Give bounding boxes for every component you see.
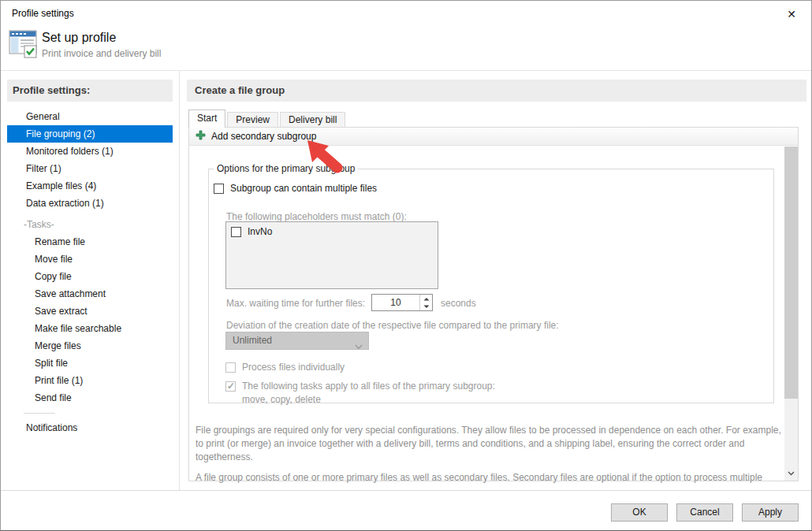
page-title: Set up profile: [42, 31, 116, 45]
deviation-dropdown[interactable]: Unlimited: [225, 332, 369, 350]
sidebar-item-save-extract[interactable]: Save extract: [7, 303, 173, 320]
sidebar-list-divider: [24, 413, 55, 414]
invno-checkbox[interactable]: [231, 227, 241, 237]
spin-buttons: [419, 295, 432, 310]
profile-window-icon: [9, 30, 40, 62]
multiple-files-checkbox-label: Subgroup can contain multiple files: [230, 183, 377, 194]
tab-preview[interactable]: Preview: [227, 112, 278, 127]
sidebar-item-filter[interactable]: Filter (1): [7, 160, 173, 177]
vertical-scrollbar[interactable]: [784, 147, 798, 481]
chevron-down-icon: [355, 339, 363, 355]
primary-subgroup-groupbox: Options for the primary subgroup Subgrou…: [208, 169, 774, 403]
sidebar-list: General File grouping (2) Monitored fold…: [7, 108, 173, 436]
tasks-apply-checkbox[interactable]: [225, 381, 236, 392]
add-secondary-subgroup-label: Add secondary subgroup: [211, 131, 316, 142]
tasks-detail-text: move, copy, delete: [242, 394, 321, 405]
description-paragraph-2: A file group consists of one or more pri…: [196, 471, 782, 485]
sidebar-divider: [179, 71, 180, 490]
placeholders-label: The following placeholders must match (0…: [226, 211, 407, 222]
tab-strip: Start Preview Delivery bill: [188, 110, 347, 127]
process-individually-label: Process files individually: [242, 362, 345, 373]
invno-label: InvNo: [248, 226, 272, 237]
title-bar: Profile settings ✕: [1, 1, 811, 26]
sidebar-item-make-file-searchable[interactable]: Make file searchable: [7, 320, 173, 337]
scrollbar-thumb[interactable]: [784, 147, 798, 399]
sidebar-item-send-file[interactable]: Send file: [7, 389, 173, 407]
sidebar-item-print-file[interactable]: Print file (1): [7, 372, 173, 389]
sidebar-item-monitored-folders[interactable]: Monitored folders (1): [7, 143, 173, 160]
close-icon[interactable]: ✕: [780, 6, 803, 23]
sidebar-item-rename-file[interactable]: Rename file: [7, 233, 173, 251]
waiting-time-unit: seconds: [441, 298, 476, 309]
waiting-time-input[interactable]: [372, 295, 419, 310]
process-individually-checkbox-row[interactable]: Process files individually: [225, 362, 345, 373]
description-text: File groupings are required only for ver…: [196, 424, 782, 492]
deviation-dropdown-value: Unlimited: [233, 335, 272, 346]
spin-up-icon[interactable]: [420, 295, 432, 303]
ok-button[interactable]: OK: [611, 503, 668, 522]
apply-button[interactable]: Apply: [742, 503, 799, 522]
sidebar-section-tasks: -Tasks-: [7, 216, 173, 233]
sidebar-item-move-file[interactable]: Move file: [7, 251, 173, 268]
groupbox-legend: Options for the primary subgroup: [214, 163, 358, 174]
description-paragraph-1: File groupings are required only for ver…: [196, 424, 782, 464]
profile-settings-dialog: { "window": { "title": "Profile settings…: [0, 0, 812, 531]
sidebar-item-notifications[interactable]: Notifications: [7, 419, 173, 436]
scrollbar-down-icon[interactable]: [784, 467, 798, 480]
process-individually-checkbox[interactable]: [225, 362, 236, 373]
footer-divider: [1, 490, 811, 491]
placeholders-listbox[interactable]: InvNo: [225, 221, 438, 289]
tab-panel-start: Add secondary subgroup Options for the p…: [188, 127, 799, 481]
header-divider: [1, 70, 811, 71]
tab-delivery-bill[interactable]: Delivery bill: [280, 112, 345, 127]
multiple-files-checkbox-row[interactable]: Subgroup can contain multiple files: [214, 183, 377, 194]
sidebar-item-general[interactable]: General: [7, 108, 173, 125]
cancel-button[interactable]: Cancel: [676, 503, 733, 522]
add-secondary-subgroup-button[interactable]: Add secondary subgroup: [189, 128, 798, 146]
deviation-label: Deviation of the creation date of the re…: [226, 320, 559, 331]
tasks-apply-label: The following tasks apply to all files o…: [242, 381, 495, 392]
sidebar-item-split-file[interactable]: Split file: [7, 355, 173, 372]
waiting-time-stepper[interactable]: [371, 294, 433, 311]
tab-start[interactable]: Start: [188, 110, 225, 128]
main-heading: Create a file group: [187, 80, 806, 102]
sidebar-item-example-files[interactable]: Example files (4): [7, 177, 173, 195]
sidebar-item-file-grouping[interactable]: File grouping (2): [7, 125, 173, 143]
placeholder-item-invno[interactable]: InvNo: [231, 226, 433, 237]
sidebar-item-copy-file[interactable]: Copy file: [7, 268, 173, 285]
sidebar-item-data-extraction[interactable]: Data extraction (1): [7, 195, 173, 212]
sidebar-heading: Profile settings:: [7, 80, 173, 102]
multiple-files-checkbox[interactable]: [214, 184, 224, 194]
sidebar-item-save-attachment[interactable]: Save attachment: [7, 285, 173, 303]
page-subtitle: Print invoice and delivery bill: [42, 48, 161, 59]
sidebar: Profile settings: General File grouping …: [7, 80, 173, 436]
sidebar-item-merge-files[interactable]: Merge files: [7, 337, 173, 355]
tasks-apply-checkbox-row[interactable]: The following tasks apply to all files o…: [225, 381, 495, 392]
waiting-time-label: Max. waiting time for further files:: [226, 298, 365, 309]
window-title: Profile settings: [12, 8, 74, 19]
spin-down-icon[interactable]: [420, 303, 432, 310]
plus-icon: [196, 130, 206, 143]
